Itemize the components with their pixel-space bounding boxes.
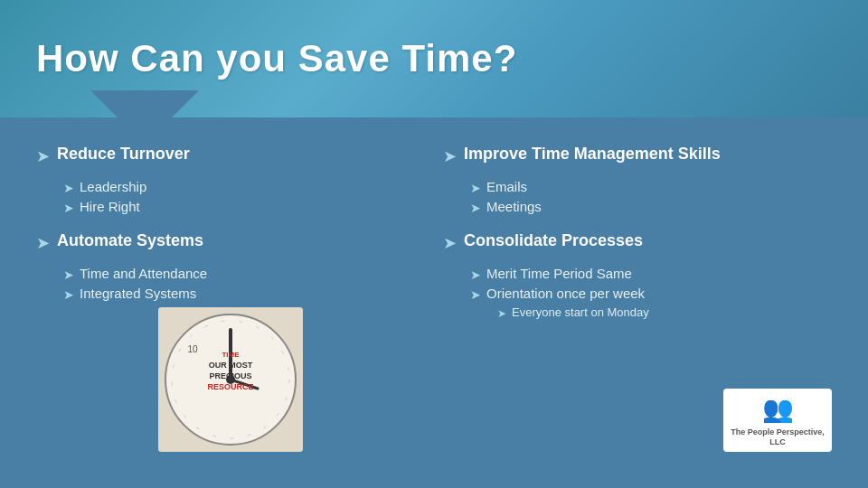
right-column: ➤ Improve Time Management Skills ➤ Email… (443, 145, 832, 470)
emails-item: ➤ Emails (470, 179, 832, 195)
svg-text:RESOURCE: RESOURCE (207, 382, 253, 391)
header-banner: How Can you Save Time? (0, 0, 868, 117)
merit-time-label: Merit Time Period Same (486, 266, 632, 281)
consolidate-subitems: ➤ Merit Time Period Same ➤ Orientation o… (470, 266, 832, 320)
emails-label: Emails (486, 179, 527, 194)
hire-right-label: Hire Right (80, 199, 140, 214)
leadership-item: ➤ Leadership (63, 179, 425, 195)
svg-text:OUR MOST: OUR MOST (209, 361, 253, 370)
orientation-label: Orientation once per week (486, 286, 645, 301)
consolidate-section: ➤ Consolidate Processes (443, 231, 832, 253)
bullet-arrow-icon: ➤ (443, 146, 457, 166)
hire-right-item: ➤ Hire Right (63, 199, 425, 215)
merit-time-item: ➤ Merit Time Period Same (470, 266, 832, 282)
svg-text:TIME: TIME (222, 351, 240, 359)
page-title: How Can you Save Time? (36, 37, 517, 80)
sub-arrow-icon: ➤ (63, 287, 74, 302)
sub-arrow-icon: ➤ (470, 201, 481, 215)
improve-time-section: ➤ Improve Time Management Skills (443, 145, 832, 166)
sub-arrow-icon: ➤ (63, 267, 74, 282)
sub-arrow-icon: ➤ (470, 181, 481, 195)
consolidate-label: Consolidate Processes (464, 231, 643, 250)
time-attendance-item: ➤ Time and Attendance (63, 266, 425, 282)
time-attendance-label: Time and Attendance (80, 266, 207, 281)
improve-time-subitems: ➤ Emails ➤ Meetings (470, 179, 832, 215)
automate-systems-subitems: ➤ Time and Attendance ➤ Integrated Syste… (63, 266, 425, 302)
meetings-label: Meetings (486, 199, 542, 214)
sub-arrow-icon: ➤ (63, 201, 74, 215)
automate-systems-label: Automate Systems (57, 231, 203, 250)
reduce-turnover-label: Reduce Turnover (57, 145, 190, 164)
logo-box: 👥 The People Perspective, LLC (723, 389, 832, 452)
svg-text:10: 10 (187, 344, 198, 354)
subsub-arrow-icon: ➤ (497, 307, 506, 320)
integrated-systems-item: ➤ Integrated Systems (63, 286, 425, 302)
main-content: ➤ Reduce Turnover ➤ Leadership ➤ Hire Ri… (0, 117, 868, 488)
sub-arrow-icon: ➤ (63, 181, 74, 195)
orientation-item: ➤ Orientation once per week (470, 286, 832, 302)
everyone-monday-label: Everyone start on Monday (512, 305, 649, 319)
bullet-arrow-icon: ➤ (443, 233, 457, 253)
bullet-arrow-icon: ➤ (36, 233, 50, 253)
logo-text: The People Perspective, LLC (731, 427, 825, 447)
automate-systems-section: ➤ Automate Systems (36, 231, 425, 253)
bullet-arrow-icon: ➤ (36, 146, 50, 166)
everyone-monday-item: ➤ Everyone start on Monday (497, 305, 832, 320)
integrated-systems-label: Integrated Systems (80, 286, 196, 301)
left-column: ➤ Reduce Turnover ➤ Leadership ➤ Hire Ri… (36, 145, 425, 470)
svg-text:PRECIOUS: PRECIOUS (209, 371, 251, 380)
reduce-turnover-section: ➤ Reduce Turnover (36, 145, 425, 166)
orientation-subitems: ➤ Everyone start on Monday (497, 305, 832, 320)
reduce-turnover-subitems: ➤ Leadership ➤ Hire Right (63, 179, 425, 215)
people-icon: 👥 (762, 394, 794, 424)
improve-time-label: Improve Time Management Skills (464, 145, 721, 164)
leadership-label: Leadership (80, 179, 146, 194)
sub-arrow-icon: ➤ (470, 267, 481, 282)
meetings-item: ➤ Meetings (470, 199, 832, 215)
clock-image: TIME OUR MOST PRECIOUS RESOURCE 10 (158, 307, 303, 452)
sub-arrow-icon: ➤ (470, 287, 481, 302)
